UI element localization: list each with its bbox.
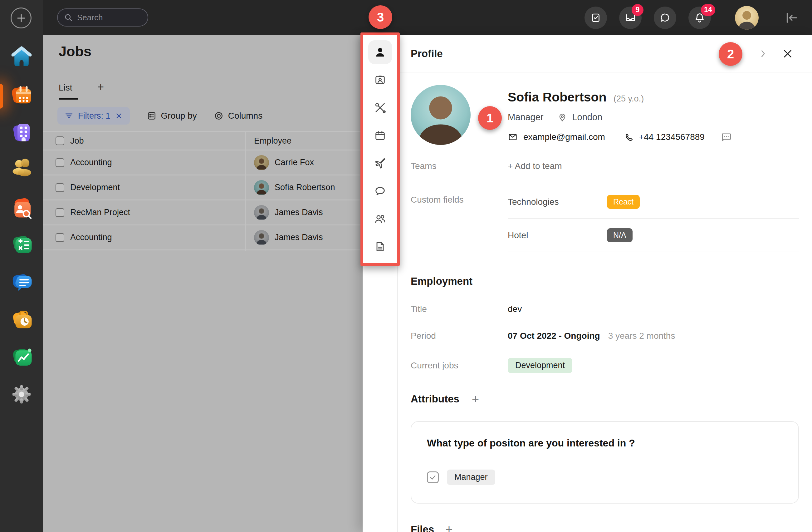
time-icon[interactable] [9, 307, 34, 331]
table-row[interactable]: Accounting Carrie Fox [43, 150, 363, 175]
clients-icon[interactable] [9, 155, 34, 179]
search-field[interactable] [77, 13, 182, 23]
next-record-button[interactable] [758, 49, 768, 59]
collapse-panel-button[interactable] [784, 11, 798, 25]
tab-list[interactable]: List [59, 83, 78, 100]
settings-icon[interactable] [9, 381, 34, 405]
search-icon [64, 13, 73, 22]
title-label: Title [411, 304, 508, 314]
employment-heading: Employment [411, 275, 799, 287]
employment-title-row: Title dev [411, 304, 799, 314]
email-icon [508, 132, 518, 142]
chat-icon [659, 12, 671, 24]
group-by-button[interactable]: Group by [147, 111, 197, 121]
inbox-badge: 9 [632, 4, 643, 16]
add-view-button[interactable]: + [97, 83, 104, 91]
page-title: Jobs [59, 43, 91, 60]
field-value-pill[interactable]: N/A [607, 228, 633, 242]
attribute-question: What type of positon are you interested … [427, 437, 783, 449]
annotation-box-3 [360, 32, 400, 266]
annotation-circle-1: 1 [478, 106, 502, 130]
row-checkbox[interactable] [56, 233, 64, 242]
attribute-checkbox[interactable] [427, 472, 439, 483]
divider [508, 218, 799, 219]
row-checkbox[interactable] [56, 158, 64, 167]
tasks-button[interactable] [584, 6, 607, 29]
profile-body: Profile Sofia Robertson (25 y [398, 35, 812, 532]
inbox-button[interactable]: 9 [619, 6, 642, 29]
add-to-team-button[interactable]: + Add to team [508, 161, 562, 171]
field-label: Hotel [508, 230, 607, 240]
employment-period-row: Period 07 Oct 2022 - Ongoing 3 years 2 m… [411, 331, 799, 341]
table-row[interactable]: RecMan Project James Davis [43, 200, 363, 226]
teams-row: Teams + Add to team [411, 161, 799, 171]
custom-field: Hotel N/A [508, 228, 799, 242]
employee-avatar [254, 230, 269, 245]
employee-name: James Davis [275, 233, 323, 242]
header-job: Job [70, 136, 84, 146]
columns-button[interactable]: Columns [214, 111, 262, 121]
clear-filters-icon[interactable] [115, 112, 123, 120]
comment-icon [720, 131, 732, 143]
add-file-button[interactable]: + [445, 525, 452, 532]
filters-chip[interactable]: Filters: 1 [57, 107, 130, 125]
person-phone[interactable]: +44 1234567889 [639, 132, 705, 142]
group-by-label: Group by [161, 111, 197, 121]
job-name: Accounting [70, 233, 112, 242]
add-button[interactable] [11, 8, 31, 28]
home-icon[interactable] [9, 44, 34, 69]
table-row[interactable]: Development Sofia Robertson [43, 175, 363, 200]
person-role: Manager [508, 112, 543, 123]
schedule-icon[interactable] [9, 82, 34, 106]
tasks-icon [590, 12, 601, 24]
job-name: Accounting [70, 158, 112, 167]
notifications-badge: 14 [701, 4, 715, 16]
current-jobs-row: Current jobs Development [411, 358, 799, 373]
reports-icon[interactable] [9, 344, 34, 368]
header-employee: Employee [254, 136, 291, 146]
add-attribute-button[interactable]: + [472, 394, 479, 404]
chat-button[interactable] [654, 6, 676, 29]
annotation-circle-3: 3 [368, 5, 392, 29]
attributes-heading: Attributes [411, 393, 459, 405]
companies-icon[interactable] [9, 119, 34, 143]
messages-icon[interactable] [9, 269, 34, 293]
title-value: dev [508, 304, 522, 314]
active-app-indicator [0, 84, 3, 109]
person-email[interactable]: example@gmail.com [523, 132, 605, 142]
close-panel-button[interactable] [782, 48, 793, 59]
profile-title: Profile [411, 48, 443, 60]
custom-fields-row: Custom fields Technologies React Hotel N… [411, 195, 799, 262]
attribute-option[interactable]: Manager [447, 470, 495, 485]
custom-field: Technologies React [508, 195, 799, 209]
period-value: 07 Oct 2022 - Ongoing [508, 331, 600, 341]
search-input[interactable] [57, 9, 148, 27]
group-by-icon [147, 111, 157, 121]
divider [508, 251, 799, 252]
current-jobs-label: Current jobs [411, 361, 508, 371]
period-label: Period [411, 331, 508, 341]
app-screen: 9 14 [0, 0, 812, 532]
filter-icon [64, 111, 74, 120]
select-all-checkbox[interactable] [56, 136, 64, 145]
current-job-pill[interactable]: Development [508, 358, 572, 373]
jobs-table: Job Employee Accounting Carrie Fox [43, 131, 363, 250]
custom-fields-label: Custom fields [411, 195, 508, 205]
profile-scroll-area[interactable]: Sofia Robertson (25 y.o.) Manager London… [398, 85, 812, 532]
projects-icon[interactable] [9, 231, 34, 256]
table-row[interactable]: Accounting James Davis [43, 226, 363, 250]
field-value-pill[interactable]: React [607, 195, 640, 209]
teams-label: Teams [411, 161, 508, 171]
notifications-button[interactable]: 14 [688, 6, 711, 29]
employee-name: Sofia Robertson [275, 183, 335, 192]
person-location: London [572, 112, 602, 123]
view-tabs: List + [59, 83, 104, 100]
recruitment-icon[interactable] [9, 195, 34, 219]
collapse-icon [784, 11, 798, 25]
row-checkbox[interactable] [56, 183, 64, 192]
user-avatar[interactable] [735, 6, 759, 30]
employee-name: Carrie Fox [275, 158, 314, 167]
row-checkbox[interactable] [56, 208, 64, 217]
field-label: Technologies [508, 197, 607, 207]
profile-panel: Profile Sofia Robertson (25 y [363, 35, 812, 532]
